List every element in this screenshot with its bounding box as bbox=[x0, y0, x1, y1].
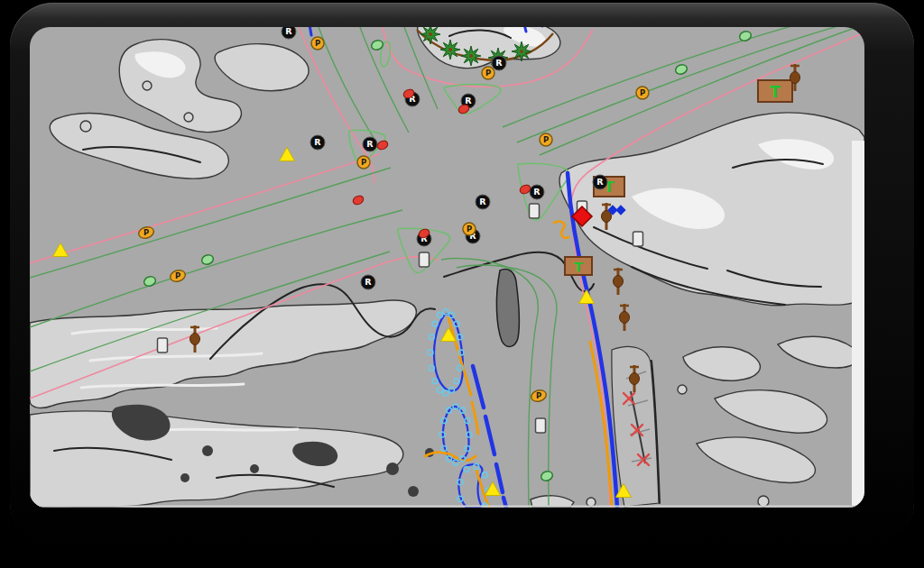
svg-text:R: R bbox=[366, 139, 374, 149]
red-dot-marker bbox=[376, 139, 390, 151]
sign-marker bbox=[530, 204, 540, 218]
sign-marker bbox=[158, 338, 168, 353]
green-ellipse-marker bbox=[200, 253, 215, 266]
screenshot-stage: TTTRRRRRRRRRRRRPPPPPPPPP bbox=[0, 0, 924, 568]
r-point-marker: R bbox=[310, 135, 325, 150]
p-point-marker: P bbox=[530, 389, 548, 404]
green-ellipse-marker bbox=[540, 470, 554, 482]
green-ellipse-marker bbox=[674, 63, 688, 76]
svg-text:P: P bbox=[467, 224, 472, 234]
p-point-marker: P bbox=[482, 67, 494, 79]
p-point-marker: P bbox=[357, 156, 370, 169]
svg-text:R: R bbox=[314, 137, 321, 147]
orange-squiggle-marker bbox=[554, 222, 568, 238]
svg-text:P: P bbox=[361, 158, 366, 167]
r-point-marker: R bbox=[593, 175, 607, 189]
svg-text:P: P bbox=[315, 39, 320, 48]
svg-text:R: R bbox=[365, 277, 372, 287]
svg-text:P: P bbox=[543, 135, 549, 144]
utility-pole-marker bbox=[614, 268, 624, 295]
tree-icon bbox=[512, 41, 531, 61]
green-ellipse-marker bbox=[143, 275, 157, 288]
p-point-marker: P bbox=[137, 225, 155, 241]
tree-icon bbox=[440, 40, 460, 60]
svg-text:P: P bbox=[640, 88, 645, 97]
svg-text:P: P bbox=[485, 69, 491, 78]
r-point-marker: R bbox=[282, 27, 296, 39]
svg-text:R: R bbox=[495, 58, 503, 68]
sign-marker bbox=[633, 232, 643, 246]
r-point-marker: R bbox=[363, 137, 377, 151]
svg-text:P: P bbox=[536, 391, 541, 400]
p-point-marker: P bbox=[540, 133, 552, 146]
green-ellipse-marker bbox=[738, 30, 753, 42]
transformer-box-marker: T bbox=[758, 80, 792, 102]
p-point-marker: P bbox=[636, 87, 649, 99]
transformer-box-marker: T bbox=[565, 257, 592, 275]
sign-marker bbox=[536, 418, 546, 433]
tree-icon bbox=[461, 46, 481, 66]
svg-text:T: T bbox=[574, 260, 583, 274]
sign-marker bbox=[420, 252, 430, 267]
yellow-triangle-marker bbox=[280, 148, 295, 161]
r-point-marker: R bbox=[361, 275, 375, 289]
svg-text:R: R bbox=[465, 96, 472, 105]
yellow-triangle-marker bbox=[579, 290, 595, 304]
svg-text:R: R bbox=[533, 187, 541, 197]
svg-text:R: R bbox=[596, 177, 604, 187]
yellow-triangle-marker bbox=[53, 243, 69, 257]
r-point-marker: R bbox=[492, 56, 506, 70]
map-edge-strip bbox=[852, 141, 864, 508]
r-point-marker: R bbox=[530, 185, 544, 199]
p-point-marker: P bbox=[169, 269, 187, 284]
svg-text:T: T bbox=[770, 83, 781, 101]
p-point-marker: P bbox=[311, 37, 324, 50]
red-dot-marker bbox=[352, 194, 365, 206]
r-point-marker: R bbox=[476, 195, 490, 209]
map-viewport[interactable]: TTTRRRRRRRRRRRRPPPPPPPPP bbox=[30, 27, 864, 508]
svg-text:R: R bbox=[285, 27, 292, 36]
svg-text:R: R bbox=[479, 197, 486, 206]
svg-text:P: P bbox=[175, 271, 180, 280]
stream-tick bbox=[310, 27, 311, 35]
terrain-layer bbox=[30, 27, 864, 508]
p-point-marker: P bbox=[463, 223, 476, 235]
svg-text:P: P bbox=[143, 228, 149, 237]
vegetation-ring bbox=[428, 309, 464, 396]
utility-pole-marker bbox=[620, 304, 630, 331]
map-canvas: TTTRRRRRRRRRRRRPPPPPPPPP bbox=[30, 27, 864, 508]
